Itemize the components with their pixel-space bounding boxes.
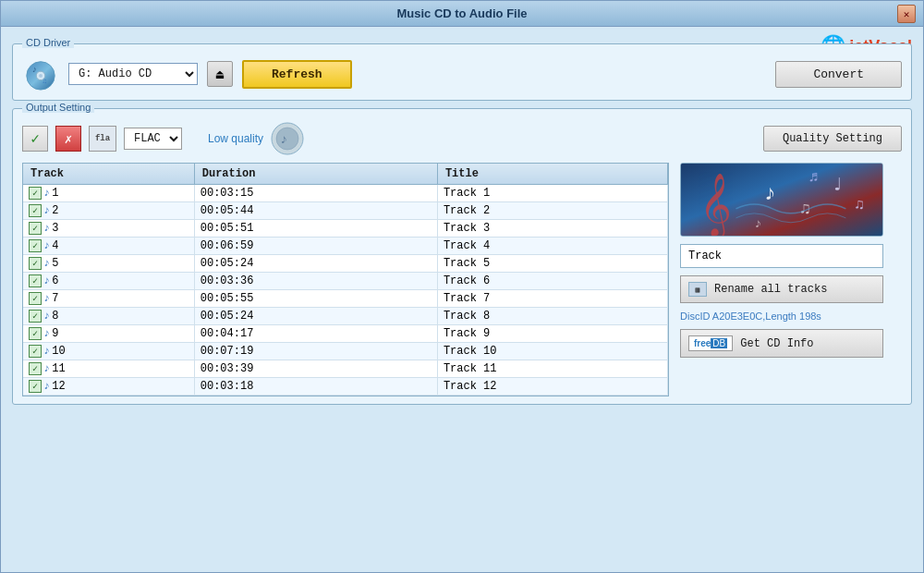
- track-number: 4: [52, 239, 58, 252]
- refresh-button[interactable]: Refresh: [242, 60, 352, 89]
- quality-setting-button[interactable]: Quality Setting: [763, 126, 902, 152]
- table-row[interactable]: ✓ ♪ 2 00:05:44 Track 2: [23, 202, 668, 220]
- track-cell: ✓ ♪ 4: [23, 238, 194, 255]
- track-list-area: Track Duration Title ✓ ♪ 1 00:03:15 Trac…: [22, 163, 669, 396]
- track-number: 3: [52, 222, 58, 235]
- track-checkbox[interactable]: ✓: [29, 380, 42, 393]
- track-number: 6: [52, 274, 58, 287]
- title-cell: Track 12: [437, 378, 667, 396]
- title-cell: Track 4: [437, 238, 667, 255]
- cd-cover-image: 𝄞 ♪ ♫ ♩ ♬ ♪ ♫: [680, 163, 883, 237]
- track-table: Track Duration Title ✓ ♪ 1 00:03:15 Trac…: [23, 164, 668, 396]
- rename-icon-symbol: ▦: [696, 286, 700, 294]
- duration-cell: 00:05:55: [194, 290, 437, 308]
- convert-button[interactable]: Convert: [775, 61, 902, 88]
- window-title: Music CD to Audio File: [396, 6, 527, 20]
- track-checkbox[interactable]: ✓: [29, 292, 42, 305]
- output-setting-content: ✓ ✗ fla FLAC MP3 WAV OGG AAC: [22, 116, 902, 396]
- title-cell: Track 11: [437, 360, 667, 378]
- table-row[interactable]: ✓ ♪ 3 00:05:51 Track 3: [23, 220, 668, 238]
- rename-icon: ▦: [688, 282, 707, 297]
- duration-cell: 00:05:24: [194, 255, 437, 273]
- table-row[interactable]: ✓ ♪ 10 00:07:19 Track 10: [23, 343, 668, 360]
- track-checkbox[interactable]: ✓: [29, 187, 42, 200]
- table-row[interactable]: ✓ ♪ 1 00:03:15 Track 1: [23, 185, 668, 202]
- table-row[interactable]: ✓ ♪ 11 00:03:39 Track 11: [23, 360, 668, 378]
- track-checkbox[interactable]: ✓: [29, 345, 42, 358]
- duration-cell: 00:03:15: [194, 185, 437, 202]
- deselect-all-button[interactable]: ✗: [55, 126, 81, 152]
- track-note-icon: ♪: [43, 257, 50, 270]
- svg-text:♪: ♪: [763, 181, 776, 206]
- select-all-button[interactable]: ✓: [22, 126, 48, 152]
- format-dropdown[interactable]: FLAC MP3 WAV OGG AAC: [124, 128, 182, 150]
- get-cd-label: Get CD Info: [740, 337, 813, 350]
- drive-dropdown[interactable]: G: Audio CD: [68, 63, 198, 85]
- track-number: 2: [52, 204, 58, 217]
- table-row[interactable]: ✓ ♪ 5 00:05:24 Track 5: [23, 255, 668, 273]
- check-icon: ✓: [30, 129, 40, 148]
- track-checkbox[interactable]: ✓: [29, 327, 42, 340]
- free-text: free: [694, 338, 711, 348]
- flac-icon: fla: [89, 126, 116, 152]
- get-cd-info-button[interactable]: freeDB Get CD Info: [680, 329, 883, 358]
- track-cell: ✓ ♪ 6: [23, 273, 194, 290]
- table-row[interactable]: ✓ ♪ 7 00:05:55 Track 7: [23, 290, 668, 308]
- track-cell: ✓ ♪ 10: [23, 343, 194, 360]
- track-tbody: ✓ ♪ 1 00:03:15 Track 1 ✓ ♪ 2 00:05:44 Tr…: [23, 185, 668, 396]
- output-setting-label: Output Setting: [22, 102, 94, 113]
- drive-select: G: Audio CD: [68, 63, 198, 85]
- track-cell: ✓ ♪ 9: [23, 325, 194, 343]
- music-note-icon: ♪: [271, 122, 304, 155]
- track-number: 5: [52, 257, 58, 270]
- track-number: 1: [52, 187, 58, 200]
- cd-icon: ♪ ♫: [22, 55, 59, 92]
- rename-all-tracks-button[interactable]: ▦ Rename all tracks: [680, 275, 883, 303]
- track-checkbox[interactable]: ✓: [29, 362, 42, 375]
- track-cell: ✓ ♪ 7: [23, 290, 194, 308]
- cd-driver-label: CD Driver: [22, 37, 74, 48]
- track-cell: ✓ ♪ 11: [23, 360, 194, 378]
- duration-cell: 00:05:51: [194, 220, 437, 238]
- table-row[interactable]: ✓ ♪ 4 00:06:59 Track 4: [23, 238, 668, 255]
- duration-cell: 00:04:17: [194, 325, 437, 343]
- duration-cell: 00:05:24: [194, 308, 437, 325]
- table-row[interactable]: ✓ ♪ 6 00:03:36 Track 6: [23, 273, 668, 290]
- main-content: CD Driver: [1, 27, 923, 412]
- track-note-icon: ♪: [43, 274, 50, 287]
- track-checkbox[interactable]: ✓: [29, 239, 42, 252]
- track-cell: ✓ ♪ 12: [23, 378, 194, 396]
- track-cell: ✓ ♪ 1: [23, 185, 194, 202]
- track-number: 10: [52, 345, 65, 358]
- main-window: Music CD to Audio File ✕ 🌐 ietVocal Từ t…: [0, 0, 924, 573]
- duration-cell: 00:03:39: [194, 360, 437, 378]
- track-number: 12: [52, 380, 65, 393]
- track-checkbox[interactable]: ✓: [29, 204, 42, 217]
- track-name-input[interactable]: [680, 244, 883, 268]
- svg-text:♩: ♩: [833, 176, 844, 196]
- track-number: 8: [52, 310, 58, 323]
- eject-button[interactable]: ⏏: [207, 61, 233, 87]
- track-cell: ✓ ♪ 2: [23, 202, 194, 220]
- title-cell: Track 9: [437, 325, 667, 343]
- track-checkbox[interactable]: ✓: [29, 257, 42, 270]
- track-checkbox[interactable]: ✓: [29, 222, 42, 235]
- table-row[interactable]: ✓ ♪ 9 00:04:17 Track 9: [23, 325, 668, 343]
- track-note-icon: ♪: [43, 362, 50, 375]
- track-checkbox[interactable]: ✓: [29, 310, 42, 323]
- title-cell: Track 6: [437, 273, 667, 290]
- table-row[interactable]: ✓ ♪ 12 00:03:18 Track 12: [23, 378, 668, 396]
- track-number: 11: [52, 362, 65, 375]
- table-row[interactable]: ✓ ♪ 8 00:05:24 Track 8: [23, 308, 668, 325]
- track-checkbox[interactable]: ✓: [29, 274, 42, 287]
- close-button[interactable]: ✕: [897, 5, 916, 23]
- track-note-icon: ♪: [43, 239, 50, 252]
- svg-text:♪: ♪: [280, 132, 287, 147]
- svg-text:♪: ♪: [754, 216, 761, 231]
- title-cell: Track 10: [437, 343, 667, 360]
- rename-label: Rename all tracks: [714, 283, 827, 296]
- svg-text:♫: ♫: [43, 78, 47, 85]
- disc-id-text: DiscID A20E3E0C,Length 198s: [680, 311, 902, 322]
- title-cell: Track 8: [437, 308, 667, 325]
- track-note-icon: ♪: [43, 380, 50, 393]
